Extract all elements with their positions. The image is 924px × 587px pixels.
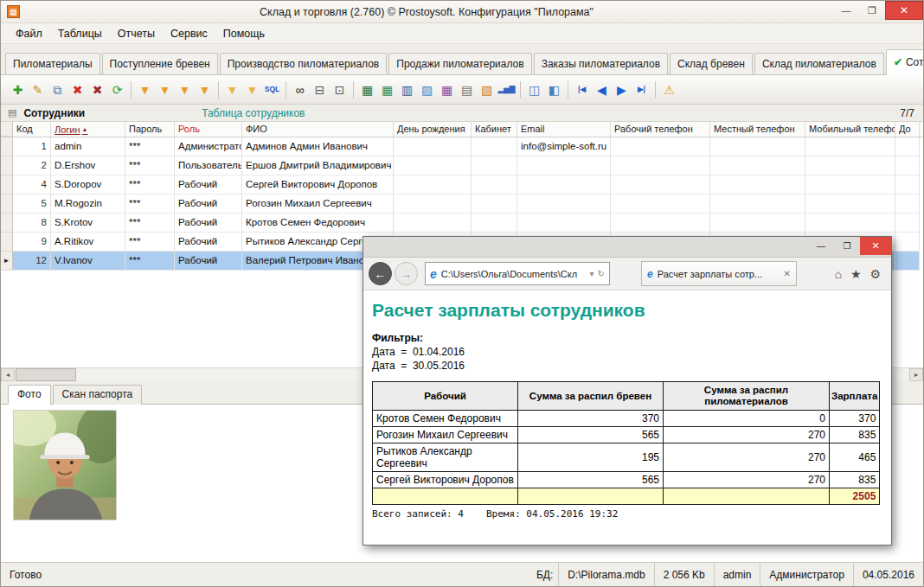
detail-tab-1[interactable]: Скан паспорта: [53, 385, 143, 405]
delete-record-button[interactable]: ✖: [67, 80, 87, 100]
find-button[interactable]: ∞: [290, 80, 310, 100]
settings-gear-icon[interactable]: ⚙: [869, 267, 881, 281]
cell: [710, 156, 805, 175]
print-preview-button[interactable]: ⊡: [330, 80, 350, 100]
column-header-7[interactable]: Email: [517, 122, 611, 137]
duplicate-record-icon: ⧉: [54, 84, 62, 96]
address-dropdown-icon[interactable]: ▾: [590, 269, 594, 278]
export-xml-button[interactable]: ▧: [477, 80, 497, 100]
window-form-button[interactable]: ◧: [544, 80, 564, 100]
nav-next-button[interactable]: ▶: [612, 80, 632, 100]
cell: [710, 195, 805, 214]
cell: [611, 156, 710, 175]
column-header-4[interactable]: ФИО: [242, 122, 394, 137]
cell: [394, 195, 472, 214]
window-list-button[interactable]: ◫: [524, 80, 544, 100]
main-tab-2[interactable]: Производство пиломатериалов: [220, 53, 388, 74]
export-word-button[interactable]: ▥: [397, 80, 417, 100]
tab-close-icon[interactable]: ✕: [784, 269, 791, 278]
table-row-3[interactable]: 5M.Rogozin***РабочийРогозин Михаил Серге…: [1, 195, 923, 214]
nav-last-button[interactable]: ▶|: [632, 80, 651, 100]
main-tab-6[interactable]: Склад пиломатериалов: [754, 53, 884, 74]
export-csv-button[interactable]: ▤: [457, 80, 477, 100]
report-record-count: Всего записей: 4: [372, 508, 464, 520]
report-maximize-button[interactable]: ❐: [834, 237, 860, 255]
scroll-right-arrow[interactable]: ▸: [909, 368, 923, 381]
menu-item-1[interactable]: Таблицы: [50, 25, 110, 42]
column-header-10[interactable]: Мобильный телефон: [805, 122, 895, 137]
menu-item-4[interactable]: Помощь: [215, 25, 273, 42]
column-header-6[interactable]: Кабинет: [472, 122, 517, 137]
import-excel-button[interactable]: ▦: [437, 80, 457, 100]
print-button[interactable]: ⊟: [310, 80, 330, 100]
table-row-2[interactable]: 4S.Doropov***РабочийСергей Викторович До…: [1, 175, 923, 195]
delete-group-button[interactable]: ✖: [87, 80, 107, 100]
report-row-1: Рогозин Михаил Сергеевич565270835: [373, 427, 880, 443]
cell: [805, 214, 895, 233]
filter-clear-button[interactable]: ▼: [175, 80, 195, 100]
scroll-left-arrow[interactable]: ◂: [1, 368, 15, 381]
filter-quick-button[interactable]: ▼: [222, 80, 242, 100]
refresh-icon[interactable]: ↻: [598, 269, 605, 278]
duplicate-record-button[interactable]: ⧉: [48, 80, 67, 100]
menu-item-2[interactable]: Отчеты: [110, 25, 163, 42]
nav-first-button[interactable]: |◀: [572, 80, 592, 100]
grid-header-row: КодЛогин▲ПарольРольФИОДень рожденияКабин…: [1, 122, 923, 137]
column-header-11[interactable]: До: [895, 122, 920, 137]
print-icon: ⊟: [315, 84, 325, 96]
report-window: — ❐ ✕ ← → e C:\Users\Ольга\Documents\Скл…: [363, 236, 892, 546]
home-icon[interactable]: ⌂: [834, 267, 841, 281]
column-header-9[interactable]: Местный телефон: [710, 122, 805, 137]
add-record-button[interactable]: ✚: [8, 80, 28, 100]
close-button[interactable]: ✕: [885, 1, 923, 20]
forward-button[interactable]: →: [395, 262, 418, 285]
scrollbar-thumb[interactable]: [16, 368, 76, 381]
address-bar[interactable]: e C:\Users\Ольга\Documents\Скл ▾ ↻: [425, 262, 610, 285]
main-tab-5[interactable]: Склад бревен: [670, 53, 753, 74]
address-text[interactable]: C:\Users\Ольга\Documents\Скл: [441, 269, 587, 279]
main-tab-3[interactable]: Продажи пиломатериалов: [388, 53, 531, 74]
warning-button[interactable]: ⚠: [659, 80, 679, 100]
export-excel-template-button[interactable]: ▦: [377, 80, 397, 100]
main-tab-7[interactable]: ✔Сотрудники: [886, 49, 924, 75]
filter-user-button[interactable]: ▼: [195, 80, 215, 100]
status-segments: D:\Pilorama.mdb2 056 KbadminАдминистрато…: [558, 563, 923, 586]
column-header-2[interactable]: Пароль: [125, 122, 175, 137]
status-segment-0: D:\Pilorama.mdb: [558, 563, 653, 586]
detail-tab-0[interactable]: Фото: [8, 385, 51, 405]
column-label: Email: [521, 124, 545, 134]
edit-record-button[interactable]: ✎: [28, 80, 48, 100]
maximize-button[interactable]: ❐: [859, 1, 885, 20]
main-tab-4[interactable]: Заказы пиломатериалов: [534, 53, 668, 74]
menu-item-0[interactable]: Файл: [8, 25, 50, 42]
column-header-8[interactable]: Рабочий телефон: [611, 122, 710, 137]
main-tab-1[interactable]: Поступление бревен: [102, 53, 218, 74]
column-header-0[interactable]: Код: [13, 122, 51, 137]
table-row-4[interactable]: 8S.Krotov***РабочийКротов Семен Федорови…: [1, 214, 923, 233]
nav-prev-button[interactable]: ◀: [592, 80, 612, 100]
sql-filter-button[interactable]: SQL: [262, 80, 282, 100]
set-filter-button[interactable]: ▼: [135, 80, 155, 100]
menu-item-3[interactable]: Сервис: [163, 25, 215, 42]
chart-button[interactable]: ▂▅▇: [497, 80, 517, 100]
column-header-3[interactable]: Роль: [175, 122, 242, 137]
column-header-1[interactable]: Логин▲: [51, 122, 125, 137]
filter-edit-button[interactable]: ▼: [242, 80, 262, 100]
report-close-button[interactable]: ✕: [860, 237, 891, 255]
export-excel-button[interactable]: ▦: [357, 80, 377, 100]
table-row-1[interactable]: 2D.Ershov***ПользовательЕршов Дмитрий Вл…: [1, 156, 923, 175]
export-web-button[interactable]: ▨: [417, 80, 437, 100]
refresh-button[interactable]: ⟳: [107, 80, 127, 100]
minimize-button[interactable]: —: [833, 1, 859, 20]
main-tab-0[interactable]: Пиломатериалы: [5, 53, 100, 74]
back-button[interactable]: ←: [369, 262, 392, 285]
browser-tab[interactable]: e Расчет зарплаты сотр... ✕: [641, 261, 797, 286]
export-xml-icon: ▧: [481, 84, 492, 96]
report-minimize-button[interactable]: —: [808, 237, 834, 255]
table-menu-icon[interactable]: ▤: [8, 107, 16, 118]
filter-add-button[interactable]: ▼: [155, 80, 175, 100]
favorites-star-icon[interactable]: ★: [850, 267, 862, 281]
detail-tab-bar: ФотоСкан паспорта: [8, 385, 144, 405]
column-header-5[interactable]: День рождения: [394, 122, 472, 137]
table-row-0[interactable]: 1admin***АдминистраторАдминов Админ Иван…: [1, 137, 923, 156]
